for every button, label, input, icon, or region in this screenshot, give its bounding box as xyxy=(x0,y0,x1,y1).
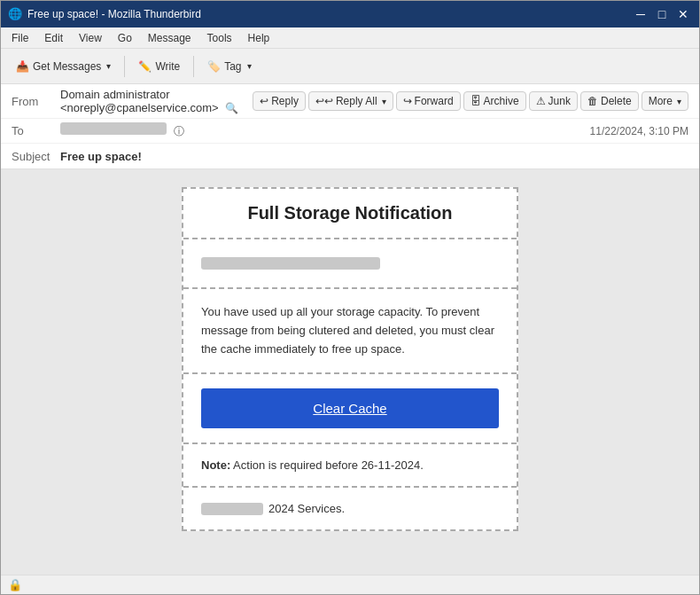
menu-message[interactable]: Message xyxy=(141,30,198,46)
get-messages-button[interactable]: 📥 Get Messages ▾ xyxy=(8,56,119,77)
reply-all-dropdown-icon[interactable]: ▾ xyxy=(382,97,386,106)
menu-go[interactable]: Go xyxy=(111,30,139,46)
footer-section: 2024 Services. xyxy=(183,488,517,529)
from-label: From xyxy=(12,95,60,108)
reply-icon: ↩ xyxy=(260,95,268,107)
main-window: 🌐 Free up space! - Mozilla Thunderbird ─… xyxy=(0,0,700,595)
junk-button[interactable]: ⚠ Junk xyxy=(529,91,578,111)
archive-button[interactable]: 🗄 Archive xyxy=(463,91,526,111)
delete-button[interactable]: 🗑 Delete xyxy=(580,91,639,111)
email-content-card: Full Storage Notification You have used … xyxy=(182,187,518,531)
note-detail: Action is required before 26-11-2024. xyxy=(230,458,424,472)
footer-suffix: 2024 Services. xyxy=(268,502,345,515)
subject-row: Subject Free up space! xyxy=(1,144,699,168)
note-section: Note: Action is required before 26-11-20… xyxy=(183,444,517,488)
close-button[interactable]: ✕ xyxy=(674,5,692,23)
reply-label: Reply xyxy=(271,95,299,107)
status-lock-icon: 🔒 xyxy=(8,578,22,591)
subject-label: Subject xyxy=(12,150,60,163)
title-section: Full Storage Notification xyxy=(183,189,517,239)
blurred-email-section xyxy=(183,239,517,289)
minimize-button[interactable]: ─ xyxy=(632,5,649,23)
delete-label: Delete xyxy=(601,95,632,107)
body-text: You have used up all your storage capaci… xyxy=(201,303,499,358)
window-controls: ─ □ ✕ xyxy=(632,5,692,23)
reply-button[interactable]: ↩ Reply xyxy=(253,91,306,111)
delete-icon: 🗑 xyxy=(587,95,598,107)
forward-label: Forward xyxy=(415,95,454,107)
more-button[interactable]: More ▾ xyxy=(642,91,688,111)
clear-cache-button[interactable]: Clear Cache xyxy=(201,388,499,428)
write-button[interactable]: ✏️ Write xyxy=(130,56,188,77)
more-label: More xyxy=(649,95,673,107)
email-headers: From Domain administrator <noreply@cpane… xyxy=(1,84,699,169)
blurred-email xyxy=(201,257,380,270)
to-value: ⓘ xyxy=(60,122,590,139)
title-bar-left: 🌐 Free up space! - Mozilla Thunderbird xyxy=(8,7,201,21)
menu-tools[interactable]: Tools xyxy=(200,30,239,46)
to-blurred xyxy=(60,122,167,135)
menu-file[interactable]: File xyxy=(4,30,35,46)
write-icon: ✏️ xyxy=(138,60,152,73)
from-text: Domain administrator <noreply@cpanelserv… xyxy=(60,88,219,114)
status-bar: 🔒 xyxy=(1,575,699,594)
to-info-icon[interactable]: ⓘ xyxy=(174,125,184,137)
email-body: 🔍 FISH Full Storage Notification You hav… xyxy=(1,169,699,575)
archive-icon: 🗄 xyxy=(471,95,481,107)
junk-label: Junk xyxy=(548,95,571,107)
more-dropdown-icon[interactable]: ▾ xyxy=(677,97,681,106)
from-row: From Domain administrator <noreply@cpane… xyxy=(1,84,699,119)
email-action-buttons: ↩ Reply ↩↩ Reply All ▾ ↪ Forward 🗄 Archi… xyxy=(253,91,688,111)
app-icon: 🌐 xyxy=(8,7,22,21)
to-row: To ⓘ 11/22/2024, 3:10 PM xyxy=(1,119,699,144)
toolbar-separator-2 xyxy=(193,56,194,77)
archive-label: Archive xyxy=(484,95,519,107)
write-label: Write xyxy=(155,60,180,73)
subject-value: Free up space! xyxy=(60,150,142,163)
date-display: 11/22/2024, 3:10 PM xyxy=(590,125,688,137)
clear-cache-section: Clear Cache xyxy=(183,374,517,444)
get-messages-label: Get Messages xyxy=(33,60,101,73)
menu-help[interactable]: Help xyxy=(241,30,277,46)
menu-view[interactable]: View xyxy=(72,30,109,46)
footer-content: 2024 Services. xyxy=(201,502,499,515)
reply-all-button[interactable]: ↩↩ Reply All ▾ xyxy=(308,91,393,111)
get-messages-icon: 📥 xyxy=(16,60,29,73)
toolbar-separator-1 xyxy=(124,56,125,77)
tag-label: Tag xyxy=(224,60,241,73)
menu-bar: File Edit View Go Message Tools Help xyxy=(1,27,699,49)
reply-all-icon: ↩↩ xyxy=(315,95,333,107)
reply-all-label: Reply All xyxy=(336,95,377,107)
menu-edit[interactable]: Edit xyxy=(37,30,70,46)
footer-blurred-box xyxy=(201,503,263,515)
junk-icon: ⚠ xyxy=(536,95,546,107)
to-label: To xyxy=(12,124,60,137)
note-text: Note: Action is required before 26-11-20… xyxy=(201,458,499,472)
from-info-icon[interactable]: 🔍 xyxy=(225,102,238,114)
tag-icon: 🏷️ xyxy=(207,60,221,73)
title-bar: 🌐 Free up space! - Mozilla Thunderbird ─… xyxy=(1,1,699,27)
email-title: Full Storage Notification xyxy=(201,203,499,223)
tag-button[interactable]: 🏷️ Tag ▾ xyxy=(199,56,259,77)
note-bold: Note: xyxy=(201,458,230,472)
toolbar: 📥 Get Messages ▾ ✏️ Write 🏷️ Tag ▾ xyxy=(1,49,699,84)
get-messages-dropdown-icon[interactable]: ▾ xyxy=(106,61,111,71)
forward-button[interactable]: ↪ Forward xyxy=(396,91,461,111)
tag-dropdown-icon[interactable]: ▾ xyxy=(247,61,252,71)
forward-icon: ↪ xyxy=(403,95,412,107)
maximize-button[interactable]: □ xyxy=(653,5,671,23)
body-text-section: You have used up all your storage capaci… xyxy=(183,289,517,374)
window-title: Free up space! - Mozilla Thunderbird xyxy=(27,8,201,20)
from-value: Domain administrator <noreply@cpanelserv… xyxy=(60,88,253,114)
